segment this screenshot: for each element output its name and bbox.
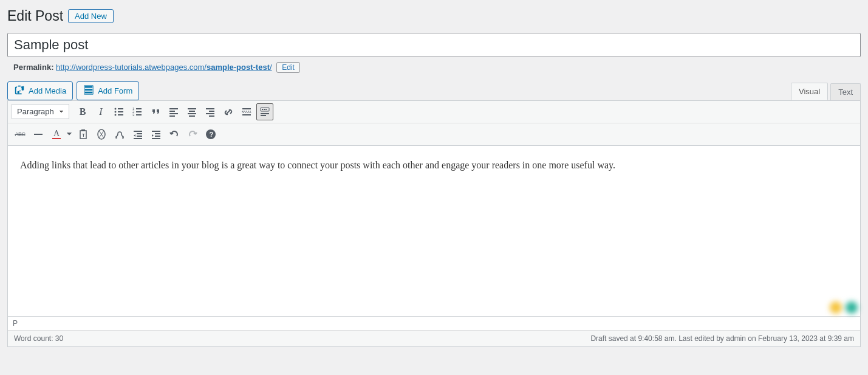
svg-rect-32 xyxy=(261,115,266,116)
svg-rect-3 xyxy=(118,111,123,112)
camera-music-icon xyxy=(14,84,25,97)
svg-point-0 xyxy=(115,108,117,109)
svg-rect-40 xyxy=(137,136,142,137)
editor-content-area[interactable]: Adding links that lead to other articles… xyxy=(8,146,860,316)
svg-rect-20 xyxy=(206,108,214,109)
svg-rect-9 xyxy=(136,111,142,112)
read-more-button[interactable] xyxy=(238,103,255,120)
add-form-label: Add Form xyxy=(98,86,132,95)
svg-point-2 xyxy=(115,111,117,112)
page-title: Edit Post xyxy=(7,7,63,26)
add-new-button[interactable]: Add New xyxy=(68,9,114,23)
svg-rect-24 xyxy=(242,108,251,109)
svg-rect-44 xyxy=(155,136,160,137)
svg-rect-1 xyxy=(118,108,123,109)
bold-button[interactable]: B xyxy=(74,103,91,120)
svg-rect-14 xyxy=(169,113,178,114)
svg-rect-25 xyxy=(242,111,251,112)
svg-rect-21 xyxy=(209,111,214,112)
post-body-text: Adding links that lead to other articles… xyxy=(20,158,848,173)
clear-formatting-button[interactable] xyxy=(93,126,110,143)
text-color-button[interactable]: A xyxy=(48,126,65,143)
svg-rect-28 xyxy=(262,109,263,110)
svg-rect-41 xyxy=(134,138,142,139)
svg-rect-31 xyxy=(261,113,269,114)
svg-rect-35 xyxy=(81,129,85,131)
svg-rect-12 xyxy=(169,108,178,109)
svg-text:T: T xyxy=(82,132,85,138)
svg-rect-42 xyxy=(152,131,160,132)
permalink-edit-button[interactable]: Edit xyxy=(276,62,300,73)
outdent-button[interactable] xyxy=(129,126,146,143)
link-button[interactable] xyxy=(220,103,237,120)
svg-rect-22 xyxy=(206,113,214,114)
horizontal-rule-button[interactable] xyxy=(30,126,47,143)
svg-rect-30 xyxy=(265,109,267,110)
svg-rect-5 xyxy=(118,114,123,115)
svg-rect-29 xyxy=(264,109,265,110)
svg-rect-11 xyxy=(136,114,142,115)
svg-rect-45 xyxy=(152,138,160,139)
permalink-label: Permalink: xyxy=(13,63,53,72)
svg-rect-15 xyxy=(169,115,175,117)
element-path: P xyxy=(8,316,860,330)
svg-rect-19 xyxy=(189,115,195,117)
special-character-button[interactable] xyxy=(111,126,128,143)
bullet-list-button[interactable] xyxy=(111,103,128,120)
assistant-widget[interactable] xyxy=(830,301,858,314)
svg-rect-13 xyxy=(169,111,175,112)
italic-button[interactable]: I xyxy=(92,103,109,120)
svg-rect-26 xyxy=(242,114,251,115)
form-icon xyxy=(83,84,94,97)
align-right-button[interactable] xyxy=(202,103,219,120)
paste-text-button[interactable]: T xyxy=(75,126,92,143)
svg-text:3: 3 xyxy=(132,113,135,117)
tab-visual[interactable]: Visual xyxy=(791,83,828,100)
numbered-list-button[interactable]: 123 xyxy=(129,103,146,120)
align-left-button[interactable] xyxy=(165,103,182,120)
add-form-button[interactable]: Add Form xyxy=(77,81,139,100)
svg-rect-17 xyxy=(189,111,195,112)
svg-rect-16 xyxy=(188,108,196,109)
svg-point-4 xyxy=(115,114,117,115)
format-select[interactable]: Paragraph xyxy=(12,104,69,119)
editor-container: Paragraph B I 123 ABC A T ? Adding links… xyxy=(7,100,861,347)
svg-rect-23 xyxy=(209,115,214,117)
blockquote-button[interactable] xyxy=(147,103,164,120)
svg-rect-39 xyxy=(137,133,142,134)
svg-text:?: ? xyxy=(210,131,214,138)
svg-rect-7 xyxy=(136,108,142,109)
svg-rect-43 xyxy=(155,133,160,134)
svg-rect-38 xyxy=(134,131,142,132)
add-media-button[interactable]: Add Media xyxy=(7,81,73,100)
permalink-link[interactable]: http://wordpress-tutorials.atwebpages.co… xyxy=(56,63,272,72)
draft-status: Draft saved at 9:40:58 am. Last edited b… xyxy=(590,334,854,343)
toolbar-toggle-button[interactable] xyxy=(256,103,273,120)
align-center-button[interactable] xyxy=(183,103,200,120)
redo-button[interactable] xyxy=(184,126,201,143)
post-title-input[interactable] xyxy=(7,33,861,57)
svg-rect-33 xyxy=(34,134,43,135)
tab-text[interactable]: Text xyxy=(830,83,861,100)
indent-button[interactable] xyxy=(148,126,165,143)
word-count: Word count: 30 xyxy=(14,334,63,343)
svg-rect-18 xyxy=(188,113,196,114)
help-button[interactable]: ? xyxy=(202,126,219,143)
strikethrough-button[interactable]: ABC xyxy=(12,126,29,143)
add-media-label: Add Media xyxy=(29,86,66,95)
text-color-dropdown[interactable] xyxy=(65,126,73,143)
undo-button[interactable] xyxy=(166,126,183,143)
